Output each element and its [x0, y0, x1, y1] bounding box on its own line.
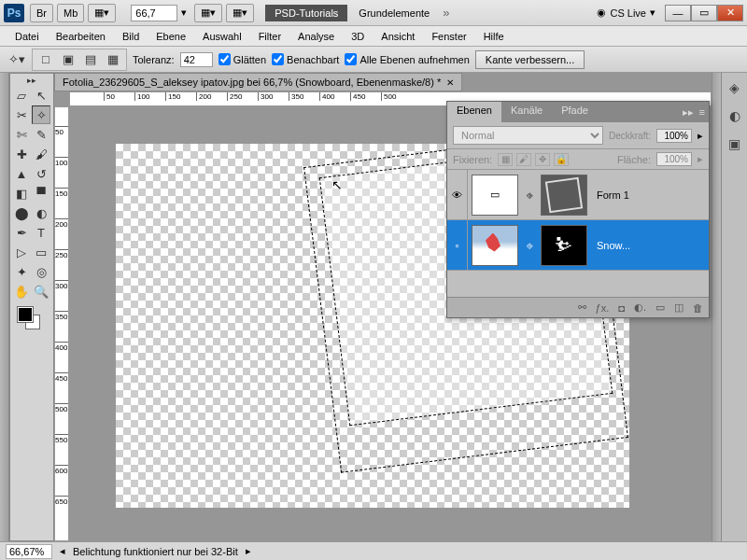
lock-position-icon[interactable]: ✥	[535, 153, 550, 166]
marquee-tool[interactable]: ↖	[32, 86, 50, 105]
eraser-tool[interactable]: ◧	[12, 184, 31, 203]
type-tool[interactable]: T	[32, 223, 50, 242]
pen-tool[interactable]: ✒	[12, 223, 31, 242]
delete-layer-icon[interactable]: 🗑	[693, 302, 703, 314]
zoom-tool[interactable]: 🔍	[32, 282, 50, 301]
stamp-tool[interactable]: ▲	[12, 164, 31, 183]
gradient-tool[interactable]: ▀	[32, 184, 50, 203]
menu-fenster[interactable]: Fenster	[424, 29, 473, 44]
antialias-checkbox[interactable]: Glätten	[218, 53, 266, 65]
menu-ebene[interactable]: Ebene	[148, 29, 193, 44]
tab-kanaele[interactable]: Kanäle	[501, 102, 552, 122]
dodge-tool[interactable]: ◐	[32, 203, 50, 222]
close-button[interactable]: ✕	[717, 5, 743, 21]
workspace-secondary[interactable]: Grundelemente	[351, 5, 437, 21]
adjustments-panel-icon[interactable]: ◐	[726, 106, 744, 125]
foreground-color-swatch[interactable]	[18, 307, 33, 322]
document-tab-close-icon[interactable]: ✕	[446, 77, 454, 88]
fill-field[interactable]: 100%	[656, 152, 692, 166]
adjustment-layer-icon[interactable]: ◐.	[634, 301, 646, 314]
right-dock-rail[interactable]	[712, 73, 721, 541]
layer-name[interactable]: Form 1	[591, 189, 709, 201]
3d-tool[interactable]: ✦	[12, 262, 31, 281]
layers-panel-icon[interactable]: ◈	[726, 78, 744, 97]
fill-flyout-icon[interactable]: ▸	[698, 153, 703, 165]
opacity-field[interactable]: 100%	[656, 129, 692, 143]
layer-mask-link-icon[interactable]: ⎆	[522, 240, 537, 251]
layer-thumbnail[interactable]	[472, 225, 518, 266]
menu-bearbeiten[interactable]: Bearbeiten	[49, 29, 113, 44]
hand-tool[interactable]: ✋	[12, 282, 31, 301]
layer-mask-thumbnail[interactable]: ⛷	[541, 225, 587, 266]
screen-mode-button[interactable]: ▦▾	[88, 4, 116, 22]
all-layers-checkbox[interactable]: Alle Ebenen aufnehmen	[345, 53, 469, 65]
workspace-more-icon[interactable]: »	[443, 6, 449, 20]
selection-intersect-icon[interactable]: ▦	[104, 50, 122, 69]
visibility-toggle[interactable]: ▫	[456, 240, 459, 251]
menu-3d[interactable]: 3D	[344, 29, 372, 44]
vector-mask-thumbnail[interactable]	[541, 175, 587, 216]
3d-camera-tool[interactable]: ◎	[32, 262, 50, 281]
zoom-dropdown-icon[interactable]: ▾	[181, 7, 187, 19]
panel-collapse-icon[interactable]: ▸▸	[683, 106, 694, 119]
magic-wand-tool[interactable]: ✧	[32, 105, 50, 124]
group-icon[interactable]: ▭	[655, 301, 665, 314]
opacity-flyout-icon[interactable]: ▸	[698, 130, 703, 142]
healing-tool[interactable]: ✚	[12, 145, 31, 163]
tab-pfade[interactable]: Pfade	[552, 102, 598, 122]
contiguous-checkbox[interactable]: Benachbart	[272, 53, 339, 65]
lock-all-icon[interactable]: 🔒	[554, 153, 569, 166]
menu-analyse[interactable]: Analyse	[290, 29, 342, 44]
blend-mode-select[interactable]: Normal	[453, 126, 603, 145]
layer-mask-icon[interactable]: ◘	[618, 302, 625, 314]
new-layer-icon[interactable]: ◫	[674, 301, 684, 314]
minibridge-button[interactable]: Mb	[57, 4, 84, 22]
status-arrow-right-icon[interactable]: ▸	[246, 545, 251, 557]
zoom-field[interactable]	[131, 5, 177, 21]
refine-edge-button[interactable]: Kante verbessern...	[475, 50, 585, 69]
menu-hilfe[interactable]: Hilfe	[476, 29, 512, 44]
menu-filter[interactable]: Filter	[251, 29, 289, 44]
layers-panel[interactable]: Ebenen Kanäle Pfade ▸▸ ≡ Normal Deckkraf…	[446, 101, 710, 318]
lock-transparency-icon[interactable]: ▦	[498, 153, 513, 166]
left-dock-rail[interactable]	[0, 73, 9, 541]
maximize-button[interactable]: ▭	[691, 5, 717, 21]
vertical-ruler[interactable]: 50 100 150 200 250 300 350 400 450 500 5…	[54, 106, 69, 541]
clone-panel-icon[interactable]: ▣	[726, 134, 744, 153]
workspace-primary[interactable]: PSD-Tutorials	[265, 5, 347, 21]
tolerance-field[interactable]	[180, 52, 213, 67]
brush-tool[interactable]: 🖌	[32, 145, 50, 163]
tab-ebenen[interactable]: Ebenen	[447, 102, 501, 122]
eyedropper-tool[interactable]: ✎	[32, 125, 50, 144]
layer-row-snowboard[interactable]: ▫ ⎆ ⛷ Snow...	[447, 220, 709, 271]
selection-subtract-icon[interactable]: ▤	[81, 50, 100, 69]
layer-thumbnail[interactable]: ▭	[472, 175, 518, 216]
selection-new-icon[interactable]: □	[36, 50, 55, 69]
history-brush-tool[interactable]: ↺	[32, 164, 50, 183]
menu-auswahl[interactable]: Auswahl	[195, 29, 249, 44]
lock-image-icon[interactable]: 🖌	[516, 153, 531, 166]
menu-bild[interactable]: Bild	[115, 29, 147, 44]
status-arrow-left-icon[interactable]: ◂	[60, 545, 65, 557]
arrange-docs-button[interactable]: ▦▾	[226, 4, 254, 22]
fx-icon[interactable]: ƒx.	[596, 302, 610, 314]
view-extras-button[interactable]: ▦▾	[194, 4, 222, 22]
status-zoom-field[interactable]	[6, 544, 52, 559]
vector-mask-link-icon[interactable]: ⎆	[522, 189, 537, 201]
selection-add-icon[interactable]: ▣	[59, 50, 78, 69]
cslive-button[interactable]: ◉ CS Live ▾	[597, 7, 655, 19]
document-tab[interactable]: Fotolia_23629605_S_aleksey ipatov.jpg be…	[54, 73, 462, 91]
crop-tool[interactable]: ✄	[12, 125, 31, 144]
path-select-tool[interactable]: ▷	[12, 243, 31, 261]
move-tool[interactable]: ▱	[12, 86, 31, 105]
shape-tool[interactable]: ▭	[32, 243, 50, 261]
panel-menu-icon[interactable]: ≡	[699, 106, 705, 118]
layer-name[interactable]: Snow...	[591, 240, 709, 251]
menu-ansicht[interactable]: Ansicht	[374, 29, 422, 44]
link-layers-icon[interactable]: ⚯	[578, 301, 586, 314]
color-swatches[interactable]	[12, 305, 51, 333]
current-tool-icon[interactable]: ✧▾	[7, 50, 26, 69]
bridge-button[interactable]: Br	[30, 4, 53, 22]
blur-tool[interactable]: ⬤	[12, 203, 31, 222]
visibility-eye-icon[interactable]: 👁	[452, 189, 462, 201]
